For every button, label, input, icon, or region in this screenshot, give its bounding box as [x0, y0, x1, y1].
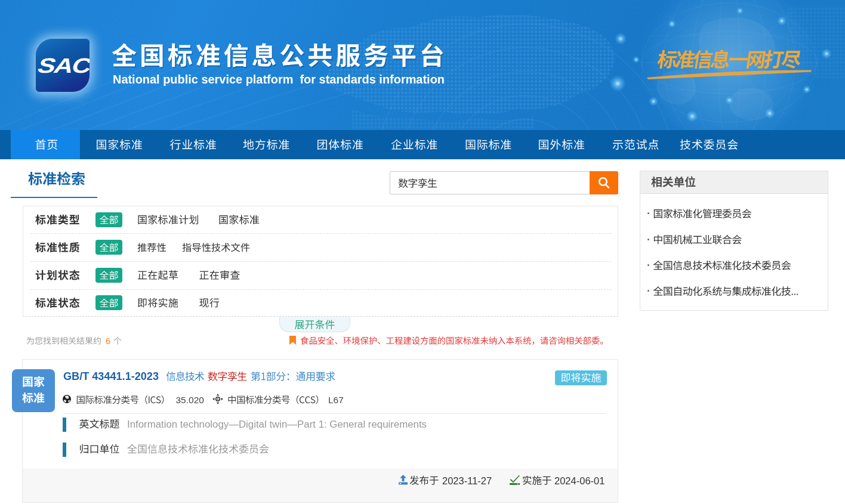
svg-text:GB/T 43441.1-2023: GB/T 43441.1-2023 [63, 370, 159, 382]
svg-text:35.020: 35.020 [176, 395, 205, 405]
svg-text:Information technology—Digital: Information technology—Digital twin—Part… [127, 419, 427, 429]
svg-text:6: 6 [106, 336, 110, 346]
svg-text:2024-06-01: 2024-06-01 [554, 475, 605, 486]
svg-text:National public service platfo: National public service platform for sta… [113, 73, 445, 86]
svg-text:2023-11-27: 2023-11-27 [442, 475, 492, 486]
svg-text:L67: L67 [328, 395, 344, 405]
